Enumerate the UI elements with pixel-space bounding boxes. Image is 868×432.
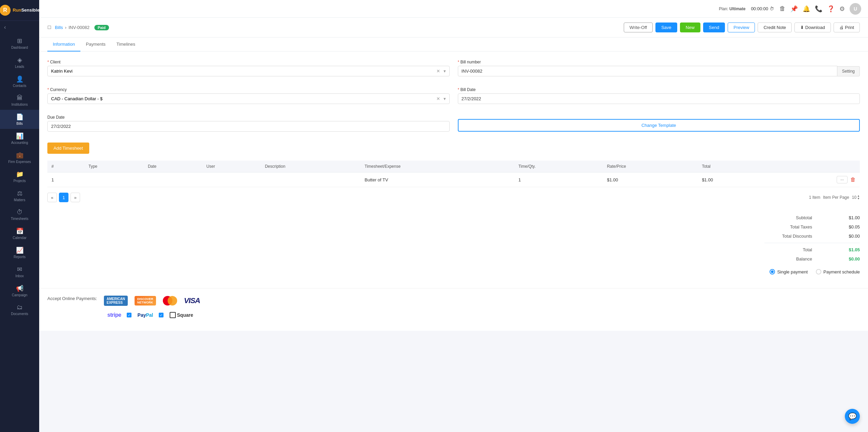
taxes-label: Total Taxes: [764, 224, 826, 229]
sidebar-item-inbox[interactable]: ✉ Inbox: [0, 262, 39, 281]
print-button[interactable]: 🖨 Print: [834, 23, 860, 32]
payment-logos-row2: stripe ✓ PayPal ✓ Square: [47, 310, 860, 321]
tab-information[interactable]: Information: [47, 38, 80, 51]
tabs: Information Payments Timelines: [39, 38, 868, 51]
accounting-icon: 📊: [16, 132, 24, 140]
form-row-3: Due Date Change Template: [47, 115, 860, 137]
inbox-icon: ✉: [17, 266, 22, 273]
trash-icon[interactable]: 🗑: [779, 5, 786, 12]
currency-clear-icon[interactable]: ✕: [436, 96, 440, 101]
sidebar-collapse-btn[interactable]: ‹: [0, 21, 39, 34]
single-payment-radio[interactable]: [770, 269, 775, 274]
credit-note-button[interactable]: Credit Note: [758, 23, 792, 32]
bell-icon[interactable]: 🔔: [803, 5, 810, 13]
single-payment-label: Single payment: [777, 269, 808, 274]
sidebar-label-bills: Bills: [16, 122, 22, 125]
plan-value: Ultimate: [729, 6, 745, 11]
col-total: Total: [698, 161, 765, 173]
sidebar-item-documents[interactable]: 🗂 Documents: [0, 300, 39, 319]
form-row-2: Currency CAD - Canadian Dollar - $ ✕ ▾: [47, 87, 860, 109]
per-page-stepper[interactable]: ▲▼: [857, 195, 860, 200]
payment-schedule-option[interactable]: Payment schedule: [816, 269, 860, 274]
cell-date: [144, 173, 202, 187]
per-page-value: 10: [852, 195, 856, 200]
discounts-row: Total Discounts $0.00: [47, 232, 860, 241]
sidebar-item-calendar[interactable]: 📅 Calendar: [0, 224, 39, 243]
pagination-next[interactable]: »: [71, 193, 80, 202]
per-page-label: Item Per Page: [823, 195, 849, 200]
payment-logos-row1: Accept Online Payments: AMERICANEXPRESS …: [47, 295, 860, 306]
cell-description: [261, 173, 361, 187]
form-area: Client Katrin Kevi ✕ ▾ Bill number: [39, 51, 868, 288]
sidebar-item-firm-expenses[interactable]: 💼 Firm Expenses: [0, 148, 39, 167]
visa-logo: VISA: [184, 295, 200, 306]
single-payment-option[interactable]: Single payment: [770, 269, 808, 274]
row-more-button[interactable]: ···: [837, 176, 848, 183]
pagination-current[interactable]: 1: [59, 193, 68, 202]
preview-button[interactable]: Preview: [728, 23, 755, 32]
sidebar-label-matters: Matters: [14, 198, 25, 202]
items-per-page: 1 Item Item Per Page 10 ▲▼: [809, 195, 860, 200]
currency-col: Currency CAD - Canadian Dollar - $ ✕ ▾: [47, 87, 450, 109]
add-timesheet-button[interactable]: Add Timesheet: [47, 143, 89, 154]
phone-icon[interactable]: 📞: [815, 5, 822, 13]
sidebar-item-projects[interactable]: 📁 Projects: [0, 167, 39, 186]
download-button[interactable]: ⬇ Download: [794, 23, 831, 32]
send-button[interactable]: Send: [703, 23, 725, 32]
new-button[interactable]: New: [680, 23, 700, 32]
write-off-button[interactable]: Write-Off: [624, 23, 653, 32]
sidebar-item-dashboard[interactable]: ⊞ Dashboard: [0, 34, 39, 53]
bill-number-input[interactable]: [458, 66, 837, 76]
due-date-input[interactable]: [47, 121, 450, 132]
sidebar-item-accounting[interactable]: 📊 Accounting: [0, 129, 39, 148]
currency-select[interactable]: CAD - Canadian Dollar - $ ✕ ▾: [47, 93, 450, 104]
pin-icon[interactable]: 📌: [790, 5, 798, 13]
cell-num: 1: [47, 173, 84, 187]
payment-schedule-radio[interactable]: [816, 269, 821, 274]
documents-icon: 🗂: [17, 304, 23, 311]
balance-value: $0.00: [826, 256, 860, 262]
currency-dropdown-icon[interactable]: ▾: [444, 96, 446, 101]
discover-logo: DISCOVERNETWORK: [135, 295, 156, 306]
pagination-prev[interactable]: «: [47, 193, 57, 202]
sidebar-item-institutions[interactable]: 🏛 Institutions: [0, 91, 39, 110]
client-select[interactable]: Katrin Kevi ✕ ▾: [47, 66, 450, 76]
totals-section: Subtotal $1.00 Total Taxes $0.05 Total D…: [47, 213, 860, 264]
currency-label: Currency: [47, 87, 450, 92]
collapse-icon[interactable]: ‹: [4, 24, 6, 30]
bill-number-group: Bill number Setting: [458, 60, 860, 76]
change-template-button[interactable]: Change Template: [458, 119, 860, 132]
sidebar-item-leads[interactable]: ◈ Leads: [0, 53, 39, 72]
tab-payments[interactable]: Payments: [80, 38, 111, 51]
sidebar-item-bills[interactable]: 📄 Bills: [0, 110, 39, 129]
settings-icon[interactable]: ⚙: [839, 5, 845, 13]
tab-timelines[interactable]: Timelines: [111, 38, 141, 51]
paypal-logo: PayPal: [138, 310, 153, 321]
logo-text: RunSensible: [13, 8, 39, 13]
client-clear-icon[interactable]: ✕: [436, 69, 440, 74]
bill-date-group: Bill Date: [458, 87, 860, 104]
client-dropdown-icon[interactable]: ▾: [444, 69, 446, 74]
sidebar: R RunSensible ‹ ⊞ Dashboard ◈ Leads 👤 Co…: [0, 0, 39, 432]
pagination: « 1 » 1 Item Item Per Page 10 ▲▼: [47, 187, 860, 208]
chat-bubble[interactable]: 💬: [845, 409, 860, 424]
client-value: Katrin Kevi: [51, 69, 73, 74]
bill-checkbox-icon[interactable]: ☐: [47, 25, 51, 30]
setting-button[interactable]: Setting: [837, 66, 860, 76]
bills-breadcrumb-link[interactable]: Bills: [55, 25, 63, 30]
row-delete-button[interactable]: 🗑: [850, 177, 856, 183]
bill-date-label: Bill Date: [458, 87, 860, 92]
contacts-icon: 👤: [16, 75, 24, 83]
bill-date-input[interactable]: [458, 93, 860, 104]
firm-expenses-icon: 💼: [16, 151, 24, 159]
sidebar-item-matters[interactable]: ⚖ Matters: [0, 186, 39, 205]
sidebar-item-campaign[interactable]: 📢 Campaign: [0, 281, 39, 300]
help-icon[interactable]: ❓: [827, 5, 835, 13]
save-button[interactable]: Save: [655, 23, 677, 32]
sidebar-item-reports[interactable]: 📈 Reports: [0, 243, 39, 262]
timesheets-icon: ⏱: [17, 209, 23, 216]
breadcrumb: ☐ Bills › INV-00082 Paid: [47, 25, 109, 30]
user-avatar[interactable]: U: [850, 3, 861, 15]
sidebar-item-contacts[interactable]: 👤 Contacts: [0, 72, 39, 91]
sidebar-item-timesheets[interactable]: ⏱ Timesheets: [0, 205, 39, 224]
